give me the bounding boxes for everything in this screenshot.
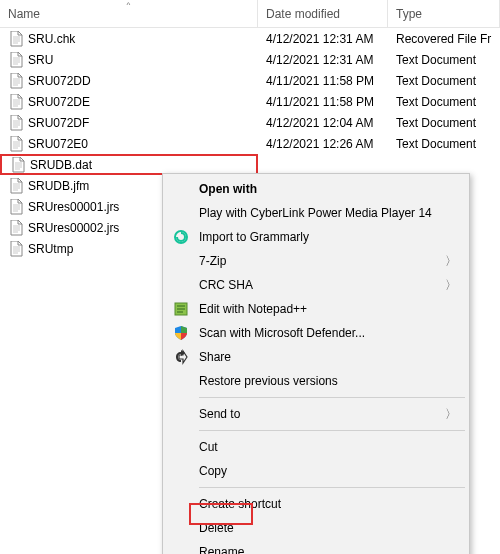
cm-grammarly-label: Import to Grammarly [199, 230, 309, 244]
file-name-label: SRUtmp [28, 242, 73, 256]
cm-crcsha[interactable]: CRC SHA 〉 [165, 273, 467, 297]
file-name-cell: SRU072E0 [0, 136, 258, 152]
cm-7zip[interactable]: 7-Zip 〉 [165, 249, 467, 273]
cm-7zip-label: 7-Zip [199, 254, 226, 268]
column-header-type-label: Type [396, 7, 422, 21]
file-icon [8, 73, 24, 89]
file-type-cell: Text Document [388, 116, 500, 130]
chevron-right-icon: 〉 [445, 406, 457, 423]
context-menu: Open with Play with CyberLink Power Medi… [162, 173, 470, 554]
cm-defender-label: Scan with Microsoft Defender... [199, 326, 365, 340]
cm-copy-label: Copy [199, 464, 227, 478]
file-name-label: SRU072DD [28, 74, 91, 88]
chevron-right-icon: 〉 [445, 277, 457, 294]
file-date-cell: 4/12/2021 12:26 AM [258, 137, 388, 151]
cm-open-with-label: Open with [199, 182, 257, 196]
file-row[interactable]: SRU072E04/12/2021 12:26 AMText Document [0, 133, 500, 154]
cm-open-with[interactable]: Open with [165, 177, 467, 201]
separator [199, 487, 465, 488]
file-date-cell: 4/12/2021 12:04 AM [258, 116, 388, 130]
shield-icon [173, 325, 189, 341]
cm-cyberlink[interactable]: Play with CyberLink Power Media Player 1… [165, 201, 467, 225]
file-date-cell: 4/11/2021 11:58 PM [258, 74, 388, 88]
column-header-type[interactable]: Type [388, 0, 500, 27]
file-name-label: SRUres00001.jrs [28, 200, 119, 214]
column-header-name[interactable]: Name ^ [0, 0, 258, 27]
column-header-date-label: Date modified [266, 7, 340, 21]
cm-sendto-label: Send to [199, 407, 240, 421]
file-icon [8, 241, 24, 257]
cm-sendto[interactable]: Send to 〉 [165, 402, 467, 426]
file-name-cell: SRU [0, 52, 258, 68]
cm-notepadpp[interactable]: Edit with Notepad++ [165, 297, 467, 321]
file-date-cell: 4/12/2021 12:31 AM [258, 32, 388, 46]
cm-notepadpp-label: Edit with Notepad++ [199, 302, 307, 316]
file-type-cell: Recovered File Fr [388, 32, 500, 46]
grammarly-icon [173, 229, 189, 245]
cm-delete[interactable]: Delete [165, 516, 467, 540]
chevron-right-icon: 〉 [445, 253, 457, 270]
file-icon [8, 115, 24, 131]
file-row[interactable]: SRU072DE4/11/2021 11:58 PMText Document [0, 91, 500, 112]
file-icon [8, 178, 24, 194]
cm-share-label: Share [199, 350, 231, 364]
file-type-cell: Text Document [388, 95, 500, 109]
file-name-cell: SRU.chk [0, 31, 258, 47]
column-header-name-label: Name [8, 7, 40, 21]
file-icon [10, 157, 26, 173]
file-icon [8, 52, 24, 68]
file-name-label: SRUres00002.jrs [28, 221, 119, 235]
separator [199, 430, 465, 431]
column-header-row: Name ^ Date modified Type [0, 0, 500, 28]
share-icon [173, 349, 189, 365]
file-row[interactable]: SRU.chk4/12/2021 12:31 AMRecovered File … [0, 28, 500, 49]
separator [199, 397, 465, 398]
file-date-cell: 4/12/2021 12:31 AM [258, 53, 388, 67]
cm-grammarly[interactable]: Import to Grammarly [165, 225, 467, 249]
cm-cyberlink-label: Play with CyberLink Power Media Player 1… [199, 206, 432, 220]
file-name-cell: SRU072DE [0, 94, 258, 110]
cm-delete-label: Delete [199, 521, 234, 535]
file-icon [8, 94, 24, 110]
file-icon [8, 199, 24, 215]
file-row[interactable]: SRU4/12/2021 12:31 AMText Document [0, 49, 500, 70]
file-name-cell: SRU072DF [0, 115, 258, 131]
cm-rename[interactable]: Rename [165, 540, 467, 554]
cm-shortcut-label: Create shortcut [199, 497, 281, 511]
file-name-label: SRU [28, 53, 53, 67]
cm-defender[interactable]: Scan with Microsoft Defender... [165, 321, 467, 345]
file-name-label: SRU072DE [28, 95, 90, 109]
notepadpp-icon [173, 301, 189, 317]
file-name-label: SRU.chk [28, 32, 75, 46]
cm-restore-label: Restore previous versions [199, 374, 338, 388]
file-icon [8, 220, 24, 236]
file-name-label: SRU072DF [28, 116, 89, 130]
column-header-date[interactable]: Date modified [258, 0, 388, 27]
file-type-cell: Text Document [388, 74, 500, 88]
cm-share[interactable]: Share [165, 345, 467, 369]
file-icon [8, 136, 24, 152]
cm-crcsha-label: CRC SHA [199, 278, 253, 292]
file-name-label: SRUDB.jfm [28, 179, 89, 193]
file-row[interactable]: SRU072DF4/12/2021 12:04 AMText Document [0, 112, 500, 133]
file-name-label: SRU072E0 [28, 137, 88, 151]
file-row[interactable]: SRUDB.dat [0, 154, 500, 175]
sort-ascending-icon: ^ [127, 0, 131, 9]
cm-restore[interactable]: Restore previous versions [165, 369, 467, 393]
file-name-cell: SRU072DD [0, 73, 258, 89]
cm-rename-label: Rename [199, 545, 244, 554]
file-type-cell: Text Document [388, 53, 500, 67]
file-row[interactable]: SRU072DD4/11/2021 11:58 PMText Document [0, 70, 500, 91]
cm-cut[interactable]: Cut [165, 435, 467, 459]
file-name-label: SRUDB.dat [30, 158, 92, 172]
file-name-cell: SRUDB.dat [0, 154, 258, 175]
file-type-cell: Text Document [388, 137, 500, 151]
file-icon [8, 31, 24, 47]
file-date-cell: 4/11/2021 11:58 PM [258, 95, 388, 109]
cm-cut-label: Cut [199, 440, 218, 454]
cm-shortcut[interactable]: Create shortcut [165, 492, 467, 516]
cm-copy[interactable]: Copy [165, 459, 467, 483]
